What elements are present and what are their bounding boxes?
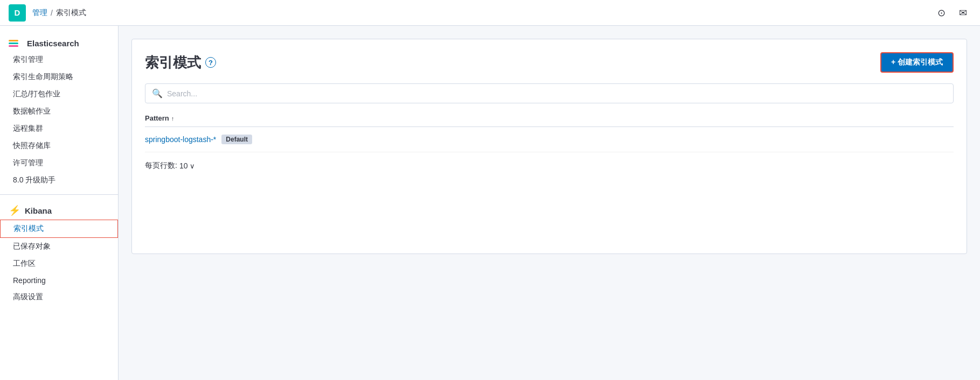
sidebar: Elasticsearch 索引管理 索引生命周期策略 汇总/打包作业 数据帧作… xyxy=(0,26,119,380)
breadcrumb: 管理 / 索引模式 xyxy=(32,8,86,18)
sidebar-item-index-patterns[interactable]: 索引模式 xyxy=(0,220,118,238)
notification-button[interactable]: ⊙ xyxy=(933,4,950,22)
sidebar-section-elasticsearch: Elasticsearch xyxy=(0,34,118,51)
pattern-link[interactable]: springboot-logstash-* xyxy=(145,135,216,144)
sidebar-section-kibana: ⚡ Kibana xyxy=(0,200,118,220)
col-pattern-label: Pattern xyxy=(145,114,169,122)
sidebar-item-upgrade[interactable]: 8.0 升级助手 xyxy=(0,172,118,189)
sidebar-item-license[interactable]: 许可管理 xyxy=(0,154,118,172)
kibana-icon: ⚡ xyxy=(9,205,20,216)
sidebar-divider xyxy=(0,194,118,195)
sidebar-item-spaces[interactable]: 工作区 xyxy=(0,255,118,272)
sidebar-item-index-mgmt[interactable]: 索引管理 xyxy=(0,51,118,68)
mail-icon: ✉ xyxy=(959,7,967,19)
default-badge: Default xyxy=(221,135,252,144)
breadcrumb-parent[interactable]: 管理 xyxy=(32,8,47,18)
sidebar-item-reporting[interactable]: Reporting xyxy=(0,272,118,288)
topbar-actions: ⊙ ✉ xyxy=(933,4,971,22)
search-bar: 🔍 xyxy=(145,83,954,103)
sidebar-item-remote-cluster[interactable]: 远程集群 xyxy=(0,120,118,137)
sidebar-section-kibana-label: Kibana xyxy=(25,206,52,215)
content-card: 索引模式 ? + 创建索引模式 🔍 Pattern ↑ springboot-l… xyxy=(131,39,967,254)
page-title: 索引模式 xyxy=(145,53,201,72)
create-index-pattern-button[interactable]: + 创建索引模式 xyxy=(880,52,954,73)
sidebar-item-snapshot[interactable]: 快照存储库 xyxy=(0,137,118,154)
pagination-row: 每页行数: 10 ∨ xyxy=(145,161,954,171)
breadcrumb-separator: / xyxy=(51,9,53,17)
sidebar-item-index-lifecycle[interactable]: 索引生命周期策略 xyxy=(0,68,118,86)
main-content: 索引模式 ? + 创建索引模式 🔍 Pattern ↑ springboot-l… xyxy=(119,26,980,380)
table-header: Pattern ↑ xyxy=(145,114,954,127)
col-pattern-header[interactable]: Pattern ↑ xyxy=(145,114,174,122)
search-icon: 🔍 xyxy=(152,88,163,98)
sidebar-section-elasticsearch-label: Elasticsearch xyxy=(27,39,79,48)
elasticsearch-icon xyxy=(9,40,23,47)
pagination-value: 10 xyxy=(179,161,188,170)
mail-button[interactable]: ✉ xyxy=(954,4,971,22)
help-icon[interactable]: ? xyxy=(205,57,216,68)
topbar: D 管理 / 索引模式 ⊙ ✉ xyxy=(0,0,980,26)
layout: Elasticsearch 索引管理 索引生命周期策略 汇总/打包作业 数据帧作… xyxy=(0,26,980,380)
sidebar-item-rollup[interactable]: 汇总/打包作业 xyxy=(0,86,118,103)
table-row: springboot-logstash-* Default xyxy=(145,127,954,152)
sort-icon: ↑ xyxy=(171,115,175,122)
sidebar-item-transforms[interactable]: 数据帧作业 xyxy=(0,103,118,120)
notification-icon: ⊙ xyxy=(937,7,946,19)
pagination-label: 每页行数: xyxy=(145,161,177,171)
sidebar-item-advanced-settings[interactable]: 高级设置 xyxy=(0,288,118,306)
card-header: 索引模式 ? + 创建索引模式 xyxy=(145,52,954,73)
avatar: D xyxy=(9,4,26,22)
breadcrumb-current: 索引模式 xyxy=(56,8,86,18)
sidebar-item-saved-objects[interactable]: 已保存对象 xyxy=(0,238,118,255)
search-input[interactable] xyxy=(167,89,947,98)
pagination-chevron-icon[interactable]: ∨ xyxy=(190,162,195,170)
card-title-group: 索引模式 ? xyxy=(145,53,216,72)
